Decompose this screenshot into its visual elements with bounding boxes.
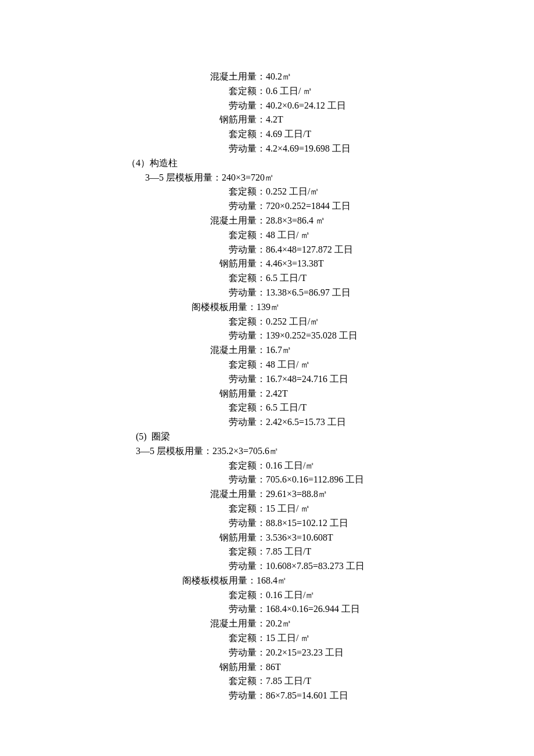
text-line: 套定额：0.6 工日/ ㎥ bbox=[99, 84, 435, 99]
line-value: 240×3=720㎡ bbox=[222, 172, 274, 182]
line-label: （4）构造柱 bbox=[127, 158, 178, 168]
line-value: 0.252 工日/㎡ bbox=[266, 316, 319, 326]
text-line: 套定额：48 工日/ ㎥ bbox=[99, 358, 435, 372]
line-label: 劳动量： bbox=[229, 330, 266, 340]
line-value: 2.42T bbox=[266, 388, 288, 398]
line-value: 4.46×3=13.38T bbox=[266, 258, 324, 268]
line-label: 混凝土用量： bbox=[210, 215, 266, 225]
line-value: 7.85 工日/T bbox=[266, 546, 311, 556]
line-label: 套定额： bbox=[229, 359, 266, 369]
line-label: 3—5 层模板用量： bbox=[136, 446, 212, 456]
line-value: 6.5 工日/T bbox=[266, 273, 306, 283]
text-line: 套定额：6.5 工日/T bbox=[99, 401, 435, 415]
line-label: 劳动量： bbox=[229, 143, 266, 153]
line-value: 7.85 工日/T bbox=[266, 676, 311, 686]
text-line: 套定额：15 工日/ ㎥ bbox=[99, 502, 435, 516]
line-value: 0.16 工日/㎡ bbox=[266, 460, 315, 470]
line-label: 套定额： bbox=[229, 503, 266, 513]
line-value: 28.8×3=86.4 ㎥ bbox=[266, 215, 325, 225]
text-line: 劳动量：86.4×48=127.872 工日 bbox=[99, 243, 435, 257]
line-value: 4.69 工日/T bbox=[266, 129, 311, 139]
text-line: 劳动量：720×0.252=1844 工日 bbox=[99, 199, 435, 214]
line-label: 劳动量： bbox=[229, 100, 266, 110]
text-line: 阁楼模板用量：139㎡ bbox=[99, 300, 435, 315]
line-value: 40.2×0.6=24.12 工日 bbox=[266, 100, 346, 110]
line-value: 20.2㎥ bbox=[266, 618, 291, 628]
line-label: 钢筋用量： bbox=[219, 662, 266, 672]
text-line: 套定额：0.252 工日/㎡ bbox=[99, 185, 435, 199]
line-label: 劳动量： bbox=[229, 518, 266, 528]
line-label: 劳动量： bbox=[229, 244, 266, 254]
line-label: 阁楼板模板用量： bbox=[182, 575, 257, 585]
line-value: 139㎡ bbox=[257, 302, 280, 312]
line-label: 钢筋用量： bbox=[219, 532, 266, 542]
text-line: 劳动量：20.2×15=23.23 工日 bbox=[99, 646, 435, 660]
line-label: 套定额： bbox=[229, 402, 266, 412]
line-value: 705.6×0.16=112.896 工日 bbox=[266, 474, 364, 484]
text-line: 混凝土用量：29.61×3=88.8㎥ bbox=[99, 487, 435, 502]
line-value: 3.536×3=10.608T bbox=[266, 532, 333, 542]
text-line: 套定额：0.16 工日/㎡ bbox=[99, 459, 435, 473]
line-label: 套定额： bbox=[229, 590, 266, 600]
text-line: 劳动量：4.2×4.69=19.698 工日 bbox=[99, 142, 435, 156]
line-value: 86×7.85=14.601 工日 bbox=[266, 690, 348, 700]
line-value: 20.2×15=23.23 工日 bbox=[266, 647, 344, 657]
text-line: 套定额：7.85 工日/T bbox=[99, 545, 435, 559]
text-line: 混凝土用量：16.7㎥ bbox=[99, 343, 435, 358]
line-label: 混凝土用量： bbox=[210, 71, 266, 81]
line-label: (5) 圈梁 bbox=[136, 431, 170, 441]
line-label: 套定额： bbox=[229, 633, 266, 643]
text-line: 3—5 层模板用量：235.2×3=705.6㎡ bbox=[99, 444, 435, 459]
line-value: 720×0.252=1844 工日 bbox=[266, 201, 351, 211]
line-value: 0.252 工日/㎡ bbox=[266, 186, 319, 196]
line-value: 0.16 工日/㎡ bbox=[266, 590, 315, 600]
text-line: 套定额：4.69 工日/T bbox=[99, 127, 435, 142]
text-line: 劳动量：40.2×0.6=24.12 工日 bbox=[99, 99, 435, 113]
line-label: 劳动量： bbox=[229, 417, 266, 427]
text-line: 混凝土用量：20.2㎥ bbox=[99, 617, 435, 631]
line-label: 套定额： bbox=[229, 186, 266, 196]
line-label: 劳动量： bbox=[229, 287, 266, 297]
line-label: 套定额： bbox=[229, 273, 266, 283]
document-page: 混凝土用量：40.2㎥ 套定额：0.6 工日/ ㎥ 劳动量：40.2×0.6=2… bbox=[0, 0, 534, 756]
line-label: 套定额： bbox=[229, 129, 266, 139]
line-value: 15 工日/ ㎥ bbox=[266, 633, 310, 643]
text-line: 劳动量：168.4×0.16=26.944 工日 bbox=[99, 602, 435, 617]
text-line: 劳动量：139×0.252=35.028 工日 bbox=[99, 329, 435, 343]
line-label: 套定额： bbox=[229, 546, 266, 556]
text-line: 套定额：6.5 工日/T bbox=[99, 271, 435, 286]
text-line: 套定额：0.16 工日/㎡ bbox=[99, 588, 435, 603]
text-line: （4）构造柱 bbox=[99, 156, 435, 171]
line-value: 2.42×6.5=15.73 工日 bbox=[266, 417, 346, 427]
line-value: 48 工日/ ㎥ bbox=[266, 359, 310, 369]
line-label: 劳动量： bbox=[229, 561, 266, 571]
text-line: 阁楼板模板用量：168.4㎡ bbox=[99, 574, 435, 588]
line-label: 3—5 层模板用量： bbox=[145, 172, 222, 182]
text-line: 劳动量：16.7×48=24.716 工日 bbox=[99, 372, 435, 387]
line-label: 钢筋用量： bbox=[219, 114, 266, 124]
line-value: 29.61×3=88.8㎥ bbox=[266, 489, 327, 499]
line-value: 86T bbox=[266, 662, 281, 672]
text-line: 套定额：15 工日/ ㎥ bbox=[99, 631, 435, 646]
text-line: 钢筋用量：3.536×3=10.608T bbox=[99, 531, 435, 545]
text-line: 套定额：48 工日/ ㎥ bbox=[99, 228, 435, 243]
text-line: 混凝土用量：28.8×3=86.4 ㎥ bbox=[99, 214, 435, 228]
line-value: 168.4㎡ bbox=[257, 575, 287, 585]
text-line: 钢筋用量：4.46×3=13.38T bbox=[99, 257, 435, 271]
line-label: 混凝土用量： bbox=[210, 489, 266, 499]
line-label: 劳动量： bbox=[229, 690, 266, 700]
line-label: 阁楼模板用量： bbox=[192, 302, 257, 312]
text-line: 3—5 层模板用量：240×3=720㎡ bbox=[99, 171, 435, 185]
line-label: 套定额： bbox=[229, 460, 266, 470]
line-label: 劳动量： bbox=[229, 604, 266, 614]
text-line: 劳动量：10.608×7.85=83.273 工日 bbox=[99, 559, 435, 574]
text-line: 钢筋用量：86T bbox=[99, 660, 435, 675]
line-value: 16.7㎥ bbox=[266, 345, 291, 355]
line-value: 15 工日/ ㎥ bbox=[266, 503, 310, 513]
line-value: 13.38×6.5=86.97 工日 bbox=[266, 287, 351, 297]
line-label: 混凝土用量： bbox=[210, 618, 266, 628]
text-line: (5) 圈梁 bbox=[99, 430, 435, 444]
line-label: 劳动量： bbox=[229, 647, 266, 657]
line-label: 钢筋用量： bbox=[219, 258, 266, 268]
line-value: 4.2×4.69=19.698 工日 bbox=[266, 143, 351, 153]
